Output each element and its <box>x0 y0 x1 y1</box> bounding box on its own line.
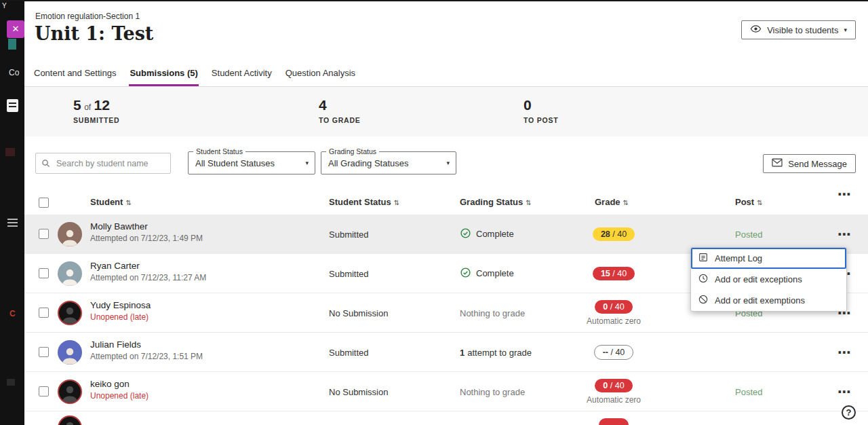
chevron-down-icon: ▾ <box>844 26 847 33</box>
attempt-detail: Attempted on 7/12/23, 11:27 AM <box>90 273 206 282</box>
eye-icon <box>750 24 762 35</box>
stat-to-post: 0 TO POST <box>524 97 559 124</box>
row-checkbox[interactable] <box>39 268 49 278</box>
search-input[interactable] <box>35 153 171 174</box>
select-floating-label: Student Status <box>193 147 245 155</box>
student-name[interactable]: Julian Fields <box>90 339 203 350</box>
select-value: All Student Statuses <box>195 158 275 168</box>
table-row[interactable] <box>24 411 868 425</box>
student-status-select[interactable]: Student Status All Student Statuses ▾ <box>188 151 315 174</box>
sort-icon: ⇅ <box>757 199 762 206</box>
grading-status-value: Complete <box>460 267 514 280</box>
visibility-label: Visible to students <box>767 25 838 35</box>
grade-pill[interactable]: 0 / 40 <box>595 300 632 314</box>
collapsed-sidebar: Y Co C <box>0 0 24 425</box>
stat-label: TO GRADE <box>319 116 361 124</box>
column-header-grade[interactable]: Grade⇅ <box>595 197 629 207</box>
post-status[interactable]: Posted <box>735 229 762 239</box>
envelope-icon <box>772 158 783 169</box>
chevron-down-icon: ▾ <box>446 160 450 166</box>
grading-status-select[interactable]: Grading Status All Grading Statuses ▾ <box>321 151 456 174</box>
grade-cell[interactable]: 0 / 40 Automatic zero <box>570 379 658 405</box>
grading-status-value: Nothing to grade <box>460 308 525 318</box>
sidebar-text-fragment: Co <box>9 68 19 77</box>
avatar <box>58 415 82 425</box>
sort-icon: ⇅ <box>623 199 629 206</box>
menu-item-add-edit-exemptions[interactable]: Add or edit exemptions <box>691 290 846 311</box>
grade-pill[interactable]: 0 / 40 <box>595 379 632 392</box>
column-header-grading-status[interactable]: Grading Status⇅ <box>460 197 532 207</box>
grade-cell[interactable] <box>570 418 658 425</box>
table-row[interactable]: keiko gon Unopened (late) No Submission … <box>24 372 868 411</box>
student-name[interactable]: Molly Bawther <box>90 221 203 232</box>
stat-total: 12 <box>94 97 110 113</box>
send-message-button[interactable]: Send Message <box>763 154 856 173</box>
sort-icon: ⇅ <box>394 199 399 206</box>
grading-status-value: Nothing to grade <box>460 386 525 396</box>
attempt-detail: Unopened (late) <box>90 312 151 322</box>
page-title: Unit 1: Test <box>35 23 153 44</box>
avatar <box>58 222 82 246</box>
tab-student-activity[interactable]: Student Activity <box>211 61 273 86</box>
attempt-detail: Attempted on 7/12/23, 1:49 PM <box>90 234 203 243</box>
table-row[interactable]: Julian Fields Attempted on 7/12/23, 1:51… <box>24 333 868 372</box>
sidebar-text-fragment: Y <box>2 2 7 10</box>
attempt-log-icon <box>698 252 709 265</box>
menu-item-add-edit-exceptions[interactable]: Add or edit exceptions <box>691 269 846 290</box>
menu-item-attempt-log[interactable]: Attempt Log <box>691 248 846 269</box>
student-name[interactable]: Ryan Carter <box>90 261 206 271</box>
row-context-menu: Attempt Log Add or edit exceptions Add o… <box>690 247 847 312</box>
breadcrumb: Emotion regulation-Section 1 <box>35 12 140 21</box>
tab-bar: Content and Settings Submissions (5) Stu… <box>24 61 868 87</box>
grade-pill[interactable] <box>599 418 629 425</box>
grade-cell[interactable]: 0 / 40 Automatic zero <box>570 300 658 326</box>
student-name[interactable]: Yudy Espinosa <box>90 300 151 310</box>
stat-submitted: 5 of 12 SUBMITTED <box>73 97 119 124</box>
search-box <box>35 153 171 174</box>
column-header-student[interactable]: Student⇅ <box>90 197 132 207</box>
post-status[interactable]: Posted <box>735 386 762 396</box>
column-header-post[interactable]: Post⇅ <box>735 197 763 207</box>
avatar <box>58 301 82 325</box>
row-checkbox[interactable] <box>39 229 49 239</box>
tab-submissions[interactable]: Submissions (5) <box>129 61 198 86</box>
student-status-value: Submitted <box>329 347 369 357</box>
student-status-value: No Submission <box>329 386 388 396</box>
ban-icon <box>698 294 709 307</box>
grade-cell[interactable]: -- / 40 <box>570 345 658 360</box>
row-checkbox[interactable] <box>39 308 49 318</box>
row-checkbox[interactable] <box>39 386 49 396</box>
grading-status-value: Complete <box>460 227 514 241</box>
sidebar-text-fragment: C <box>9 309 16 318</box>
row-checkbox[interactable] <box>39 347 49 357</box>
grade-cell[interactable]: 28 / 40 <box>570 227 658 241</box>
attempt-detail: Attempted on 7/12/23, 1:51 PM <box>90 352 203 361</box>
stat-value: 5 <box>73 97 81 113</box>
row-overflow-menu-button[interactable]: ⋯ <box>833 387 856 396</box>
send-message-label: Send Message <box>788 159 847 169</box>
close-panel-button[interactable]: ✕ <box>7 20 24 38</box>
main-panel: Emotion regulation-Section 1 Unit 1: Tes… <box>24 0 868 425</box>
row-overflow-menu-button[interactable]: ⋯ <box>833 348 856 357</box>
grade-pill[interactable]: -- / 40 <box>594 345 634 360</box>
sidebar-decor <box>7 379 15 386</box>
student-status-value: No Submission <box>329 308 388 318</box>
header-overflow-menu-button[interactable]: ⋯ <box>833 189 856 199</box>
tab-content-and-settings[interactable]: Content and Settings <box>33 61 117 86</box>
tab-question-analysis[interactable]: Question Analysis <box>285 61 356 86</box>
column-header-student-status[interactable]: Student Status⇅ <box>329 197 399 207</box>
grade-pill[interactable]: 28 / 40 <box>593 227 635 241</box>
student-name[interactable]: keiko gon <box>90 379 149 389</box>
help-button[interactable]: ? <box>842 405 856 420</box>
sort-icon: ⇅ <box>526 199 531 206</box>
select-floating-label: Grading Status <box>326 147 379 155</box>
chevron-down-icon: ▾ <box>305 160 309 166</box>
grade-pill[interactable]: 15 / 40 <box>593 267 635 280</box>
clock-icon <box>698 273 709 286</box>
table-header-row: Student⇅ Student Status⇅ Grading Status⇅… <box>24 193 868 213</box>
grade-cell[interactable]: 15 / 40 <box>570 267 658 280</box>
row-overflow-menu-button[interactable]: ⋯ <box>833 229 856 239</box>
avatar <box>58 380 82 404</box>
visibility-dropdown-button[interactable]: Visible to students ▾ <box>741 20 856 39</box>
select-all-checkbox[interactable] <box>39 198 49 208</box>
